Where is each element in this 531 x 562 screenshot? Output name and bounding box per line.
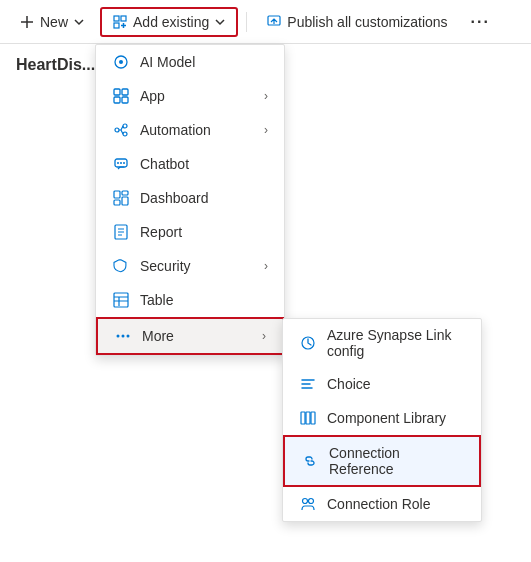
automation-icon [112,121,130,139]
dashboard-icon [112,189,130,207]
submenu-item-connection-role[interactable]: Connection Role [283,487,481,521]
svg-point-15 [120,162,122,164]
toolbar-divider [246,12,247,32]
ai-model-icon [112,53,130,71]
submenu-item-connection-reference[interactable]: Connection Reference [283,435,481,487]
chevron-down-add-icon [214,16,226,28]
publish-label: Publish all customizations [287,14,447,30]
menu-item-chatbot-label: Chatbot [140,156,189,172]
menu-item-dashboard[interactable]: Dashboard [96,181,284,215]
menu-item-chatbot[interactable]: Chatbot [96,147,284,181]
add-existing-label: Add existing [133,14,209,30]
chevron-down-new-icon [73,16,85,28]
submenu-item-choice-label: Choice [327,376,371,392]
dropdown-overlay: AI Model App › [95,44,285,356]
plus-icon [19,14,35,30]
toolbar: New Add existing Publish all customizati… [0,0,531,44]
svg-rect-27 [301,412,305,424]
chatbot-icon [112,155,130,173]
submenu-item-azure-synapse-label: Azure Synapse Link config [327,327,465,359]
svg-point-11 [123,124,127,128]
svg-rect-1 [121,16,126,21]
svg-rect-20 [122,197,128,205]
svg-point-25 [127,335,130,338]
svg-point-14 [117,162,119,164]
component-library-icon [299,409,317,427]
svg-rect-6 [114,89,120,95]
svg-rect-9 [122,97,128,103]
svg-point-16 [123,162,125,164]
svg-rect-28 [306,412,310,424]
svg-rect-29 [311,412,315,424]
svg-rect-0 [114,16,119,21]
submenu-item-connection-role-label: Connection Role [327,496,431,512]
svg-point-30 [303,499,308,504]
menu-item-ai-model-label: AI Model [140,54,195,70]
connection-role-icon [299,495,317,513]
menu-item-dashboard-label: Dashboard [140,190,209,206]
svg-point-31 [309,499,314,504]
publish-icon [266,14,282,30]
svg-rect-2 [114,23,119,28]
more-submenu: Azure Synapse Link config Choice [282,318,482,522]
more-chevron-icon: › [262,329,266,343]
svg-rect-18 [122,191,128,195]
svg-rect-17 [114,191,120,198]
new-button[interactable]: New [8,8,96,36]
svg-point-23 [117,335,120,338]
choice-icon [299,375,317,393]
report-icon [112,223,130,241]
svg-point-10 [115,128,119,132]
menu-item-table[interactable]: Table [96,283,284,317]
submenu-item-choice[interactable]: Choice [283,367,481,401]
add-existing-button[interactable]: Add existing [100,7,238,37]
app-chevron-icon: › [264,89,268,103]
new-label: New [40,14,68,30]
toolbar-more-button[interactable]: ··· [463,8,498,36]
menu-item-table-label: Table [140,292,173,308]
menu-item-report[interactable]: Report [96,215,284,249]
more-dots: ··· [471,13,490,31]
submenu-item-azure-synapse[interactable]: Azure Synapse Link config [283,319,481,367]
security-icon [112,257,130,275]
page-title: HeartDis... [16,56,95,73]
svg-rect-7 [122,89,128,95]
menu-item-automation-label: Automation [140,122,211,138]
automation-chevron-icon: › [264,123,268,137]
app-icon [112,87,130,105]
submenu-item-connection-reference-label: Connection Reference [329,445,463,477]
menu-item-security-label: Security [140,258,191,274]
table-icon [112,291,130,309]
svg-rect-8 [114,97,120,103]
submenu-item-component-library-label: Component Library [327,410,446,426]
menu-item-more[interactable]: More › Azure Synapse Link config [96,317,284,355]
add-existing-icon [112,14,128,30]
menu-item-more-label: More [142,328,174,344]
more-icon [114,327,132,345]
svg-point-24 [122,335,125,338]
menu-item-automation[interactable]: Automation › [96,113,284,147]
svg-point-5 [119,60,123,64]
add-existing-menu: AI Model App › [95,44,285,356]
azure-synapse-icon [299,334,317,352]
menu-item-ai-model[interactable]: AI Model [96,45,284,79]
menu-item-security[interactable]: Security › [96,249,284,283]
menu-item-app[interactable]: App › [96,79,284,113]
menu-item-report-label: Report [140,224,182,240]
connection-reference-icon [301,452,319,470]
security-chevron-icon: › [264,259,268,273]
svg-rect-22 [114,293,128,307]
publish-button[interactable]: Publish all customizations [255,8,458,36]
svg-point-12 [123,132,127,136]
menu-item-app-label: App [140,88,165,104]
svg-rect-19 [114,200,120,205]
submenu-item-component-library[interactable]: Component Library [283,401,481,435]
